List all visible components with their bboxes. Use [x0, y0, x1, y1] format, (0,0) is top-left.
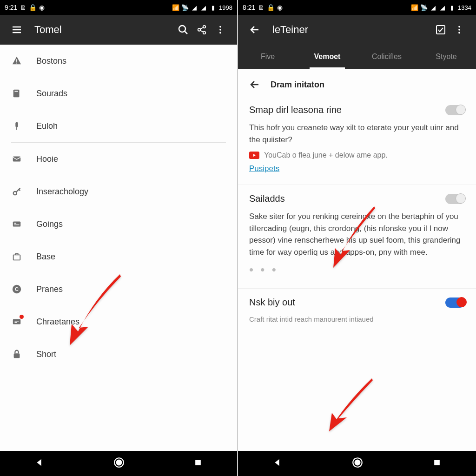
svg-rect-19	[13, 157, 21, 162]
signal-icon: ◢	[430, 4, 436, 11]
section-title: Dram initaton	[271, 80, 324, 90]
svg-rect-31	[14, 322, 17, 323]
tab-vemoet[interactable]: Vemoet	[298, 45, 357, 69]
nav-recent-button[interactable]	[193, 458, 203, 469]
list-item-sourads[interactable]: Sourads	[0, 77, 237, 110]
list-label: Sourads	[36, 89, 67, 99]
svg-point-6	[198, 28, 201, 31]
app-bar: Tomel	[0, 15, 237, 45]
setting-nsk: Nsk biy out Craft ritat intid reach mano…	[238, 289, 476, 329]
list-label: Inserachology	[36, 187, 88, 197]
svg-rect-32	[14, 353, 20, 358]
page-title: leTeiner	[272, 24, 431, 36]
list-item-euloh[interactable]: Euloh	[0, 110, 237, 142]
tab-five[interactable]: Five	[238, 45, 298, 69]
svg-line-9	[200, 30, 203, 32]
svg-text:C: C	[15, 286, 19, 292]
checkbox-button[interactable]	[431, 20, 450, 39]
toggle-sailadds[interactable]	[445, 194, 465, 204]
list-item-bostons[interactable]: Bostons	[0, 45, 237, 77]
signal-icon-2: ◢	[200, 4, 207, 11]
svg-point-38	[458, 26, 460, 28]
list-item-chraetanes[interactable]: Chraetanes	[0, 305, 237, 338]
warning-icon	[11, 55, 22, 66]
nav-back-button[interactable]	[272, 457, 283, 469]
section-header[interactable]: Dram initaton	[238, 69, 476, 96]
svg-rect-16	[14, 91, 18, 92]
svg-line-4	[185, 31, 187, 34]
svg-point-39	[458, 29, 460, 31]
setting-desc: Sake siter for you renking cereinoxe on …	[249, 211, 465, 258]
svg-rect-44	[434, 460, 440, 465]
arrow-left-icon	[249, 79, 260, 90]
nav-back-button[interactable]	[34, 457, 45, 469]
svg-rect-13	[16, 59, 17, 61]
overflow-button[interactable]	[450, 20, 469, 39]
settings-content: Dram initaton Smap dirl leasona rine Thi…	[238, 69, 476, 451]
list-label: Euloh	[36, 121, 58, 131]
list-label: Bostons	[36, 56, 66, 66]
overflow-button[interactable]	[211, 20, 230, 39]
menu-list: Bostons Sourads Euloh Hooie Inseracholog…	[0, 45, 237, 451]
svg-rect-25	[14, 225, 20, 225]
list-item-hooie[interactable]: Hooie	[0, 143, 237, 175]
setting-sailadds: Sailadds Sake siter for you renking cere…	[238, 185, 476, 289]
app-icon: ◉	[277, 4, 283, 11]
notif-icon: 🗎	[258, 4, 264, 11]
subline-row: YouCab o flea june + delow ame app.	[249, 151, 465, 159]
svg-rect-29	[13, 319, 21, 324]
status-time: 9:21	[5, 4, 17, 11]
chat-badge-icon	[11, 316, 22, 327]
share-button[interactable]	[192, 20, 211, 39]
nav-home-button[interactable]	[113, 456, 125, 470]
status-bar: 8:21 🗎 🔒 ◉ 📶 📡 ◢ ◢ ▮ 1334	[238, 0, 476, 15]
back-button[interactable]	[245, 20, 264, 39]
app-icon: ◉	[39, 4, 45, 11]
setting-desc: Craft ritat intid reach manourent intiau…	[249, 314, 465, 325]
setting-smap: Smap dirl leasona rine This hofr you cre…	[238, 96, 476, 185]
signal-icon: ◢	[191, 4, 198, 11]
toggle-nsk[interactable]	[445, 298, 465, 308]
setting-title: Nsk biy out	[249, 297, 445, 308]
toggle-smap[interactable]	[445, 105, 465, 115]
lock-icon: 🔒	[267, 4, 274, 11]
key-icon	[11, 186, 22, 197]
svg-point-7	[203, 32, 206, 34]
svg-point-43	[355, 460, 360, 465]
svg-rect-15	[13, 90, 20, 98]
list-item-pranes[interactable]: C Pranes	[0, 273, 237, 305]
phone-left: 9:21 🗎 🔒 ◉ 📶 📡 ◢ ◢ ▮ 1998 Tomel	[0, 0, 238, 476]
list-item-base[interactable]: Base	[0, 240, 237, 273]
list-item-short[interactable]: Short	[0, 338, 237, 370]
setting-title: Sailadds	[249, 193, 445, 204]
notif-icon: 🗎	[20, 4, 26, 11]
list-item-goings[interactable]: Goings	[0, 208, 237, 240]
file-icon	[11, 88, 22, 99]
search-button[interactable]	[174, 20, 192, 39]
navigation-bar	[0, 451, 237, 476]
svg-rect-17	[15, 122, 18, 127]
list-label: Hooie	[36, 154, 58, 164]
briefcase-icon	[11, 251, 22, 262]
svg-line-8	[200, 27, 203, 29]
status-battery: 1998	[219, 4, 232, 11]
tabs-bar: Five Vemoet Colicifles Styote	[238, 45, 476, 69]
pusipets-link[interactable]: Pusipets	[249, 164, 279, 173]
svg-rect-37	[436, 26, 445, 34]
pagination-dots-icon: • • •	[249, 263, 465, 277]
tab-styote[interactable]: Styote	[416, 45, 476, 69]
circle-c-icon: C	[11, 284, 22, 295]
status-time: 8:21	[243, 4, 255, 11]
list-label: Pranes	[36, 284, 63, 294]
nav-recent-button[interactable]	[432, 458, 442, 469]
tab-colicifles[interactable]: Colicifles	[357, 45, 416, 69]
youtube-icon	[249, 152, 259, 159]
app-bar: leTeiner	[238, 15, 476, 45]
setting-title: Smap dirl leasona rine	[249, 105, 445, 115]
list-item-inserachology[interactable]: Inserachology	[0, 175, 237, 208]
svg-point-3	[179, 26, 185, 32]
wifi-icon-2: 📡	[182, 4, 188, 11]
menu-button[interactable]	[7, 20, 26, 39]
nav-home-button[interactable]	[351, 456, 364, 470]
svg-point-12	[219, 32, 221, 34]
